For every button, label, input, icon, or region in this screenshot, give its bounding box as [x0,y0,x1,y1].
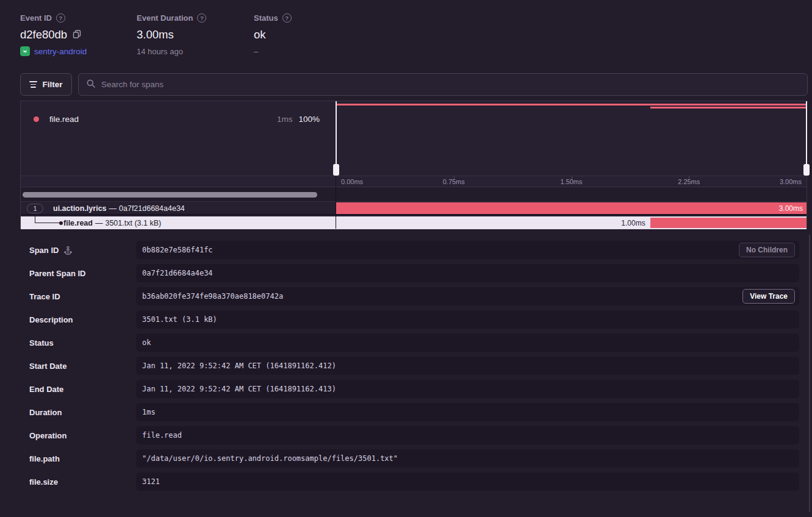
event-time-ago: 14 hours ago [137,47,254,56]
minimap-left-handle[interactable] [336,101,337,176]
event-id-label: Event ID [20,13,52,23]
span-operation: ui.action.lyrics [53,204,107,213]
filter-button[interactable]: Filter [20,73,72,96]
detail-value-box: 0b882e7e586f41fc No Children [136,241,799,259]
detail-value-box: "/data/user/0/io.sentry.android.roomsamp… [136,449,799,468]
axis-tick-label: 3.00ms [780,178,802,185]
view-trace-button[interactable]: View Trace [742,289,795,304]
android-platform-icon [20,46,30,56]
span-row-ui-action-lyrics[interactable]: 1 ui.action.lyrics—0a7f21d6684a4e34 3.00… [21,202,807,215]
detail-value-box: Jan 11, 2022 9:52:42 AM CET (1641891162.… [136,357,799,375]
event-id-value: d2fe80db [20,28,67,41]
span-duration-bar[interactable] [650,218,807,228]
event-duration-help-icon[interactable]: ? [197,13,206,23]
tree-scroll-row [21,188,807,202]
span-duration-bar[interactable]: 3.00ms [336,202,807,214]
status-block: Status ? ok – [254,13,292,56]
minimap-right-handle[interactable] [806,101,807,176]
search-spans-input[interactable] [101,80,800,89]
span-details-table: Span ID 0b882e7e586f41fc No Children Par… [20,241,799,496]
tree-connector-line [35,214,62,223]
span-duration-label: 3.00ms [779,204,803,213]
event-id-help-icon[interactable]: ? [56,13,65,23]
axis-tick-label: 0.75ms [443,178,465,185]
span-operation: file.read [63,219,93,227]
trace-minimap: file.read 1ms 100% [21,101,807,176]
search-icon [86,79,96,91]
span-children-badge[interactable]: 1 [27,204,43,213]
axis-tick-label: 1.50ms [560,178,582,185]
copy-icon [72,29,82,41]
detail-value-box: 1ms [136,403,799,421]
span-tree-widget: file.read 1ms 100% 0.00ms 0.75ms 1.50ms … [20,101,807,229]
minimap-span-bar [336,104,807,105]
event-duration-value: 3.00ms [137,28,174,41]
span-description: 0a7f21d6684a4e34 [119,204,185,213]
spans-toolbar: Filter [20,73,808,96]
span-search-bar [78,73,808,96]
detail-value-box: 3121 [136,472,799,491]
event-id-label-row: Event ID ? [20,13,137,23]
detail-row-status: Status ok [20,333,799,352]
detail-value-box: file.read [136,426,799,444]
status-value: ok [254,28,266,41]
detail-row-operation: Operation file.read [20,426,799,444]
minimap-operations-panel: file.read 1ms 100% [21,101,336,176]
detail-value-box: 3501.txt (3.1 kB) [136,310,799,329]
status-sub: – [254,47,292,56]
detail-value-box: Jan 11, 2022 9:52:42 AM CET (1641891162.… [136,380,799,398]
span-detail-page: { "icons": { "help_glyph": "?" }, "heade… [0,0,812,517]
status-label: Status [254,13,278,23]
operation-name: file.read [49,115,79,124]
operation-legend-row[interactable]: file.read 1ms 100% [21,101,336,124]
detail-value-box: b36ab020fe374fe98a370ae818e0742a View Tr… [136,287,799,305]
detail-row-file-path: file.path "/data/user/0/io.sentry.androi… [20,449,799,468]
time-axis: 0.00ms 0.75ms 1.50ms 2.25ms 3.00ms [21,176,807,187]
vertical-scrollbar-track[interactable] [809,235,810,512]
axis-tick-label: 0.00ms [341,178,363,185]
detail-row-end-date: End Date Jan 11, 2022 9:52:42 AM CET (16… [20,380,799,398]
anchor-link-icon[interactable] [63,246,73,255]
minimap-canvas[interactable] [336,101,807,176]
minimap-span-bar [650,107,807,109]
detail-row-span-id: Span ID 0b882e7e586f41fc No Children [20,241,799,259]
span-description: 3501.txt (3.1 kB) [105,219,161,227]
operation-duration: 1ms [277,115,293,124]
status-help-icon[interactable]: ? [282,13,292,23]
filter-button-label: Filter [42,80,62,89]
detail-row-duration: Duration 1ms [20,403,799,421]
detail-row-file-size: file.size 3121 [20,472,799,491]
detail-value-box: 0a7f21d6684a4e34 [136,264,799,282]
axis-tick-label: 2.25ms [678,178,700,185]
project-row: sentry-android [20,46,137,56]
project-link[interactable]: sentry-android [34,47,87,56]
span-duration-label: 1.00ms [621,216,645,229]
detail-row-trace-id: Trace ID b36ab020fe374fe98a370ae818e0742… [20,287,799,305]
event-header: Event ID ? d2fe80db [20,13,292,56]
event-duration-label: Event Duration [137,13,193,23]
horizontal-scrollbar-thumb[interactable] [23,192,317,198]
no-children-button[interactable]: No Children [739,243,795,257]
detail-row-parent-span-id: Parent Span ID 0a7f21d6684a4e34 [20,264,799,282]
span-row-file-read-selected[interactable]: file.read—3501.txt (3.1 kB) 1.00ms [21,216,807,229]
detail-value-box: ok [136,333,799,352]
detail-row-description: Description 3501.txt (3.1 kB) [20,310,799,329]
operation-color-dot [34,116,39,122]
event-id-block: Event ID ? d2fe80db [20,13,137,56]
operation-percent: 100% [298,115,320,124]
copy-event-id-button[interactable] [72,29,82,41]
detail-row-start-date: Start Date Jan 11, 2022 9:52:42 AM CET (… [20,357,799,375]
event-duration-block: Event Duration ? 3.00ms 14 hours ago [137,13,254,56]
filter-icon [29,81,37,87]
